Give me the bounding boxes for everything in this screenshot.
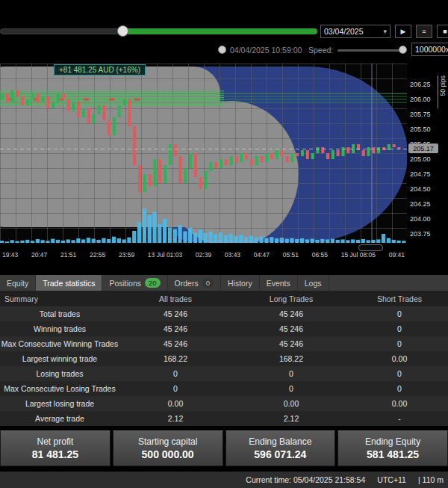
card-label: Net profit [37, 436, 74, 447]
time-position-handle[interactable] [218, 46, 226, 54]
time-label: 22:55 [90, 251, 105, 259]
play-button[interactable]: ▶ [395, 25, 411, 38]
price-volume-chart [0, 64, 407, 243]
time-axis-labels[interactable]: 19:4320:4721:5122:5523:5913 Jul 01:0302:… [0, 251, 407, 259]
card-label: Starting capital [138, 436, 197, 447]
chevron-down-icon: ▾ [383, 28, 387, 35]
price-label: 205.75 [410, 111, 431, 118]
card-value: 581 481.25 [367, 448, 419, 460]
stop-icon: ■ [443, 28, 447, 35]
table-row[interactable]: Total trades45 24645 2460 [0, 306, 448, 321]
stat-label: Max Consecutive Winning Trades [0, 339, 119, 348]
date-picker[interactable]: 03/04/2025 ▾ [320, 25, 391, 38]
timezone-text: UTC+11 [377, 475, 406, 484]
replay-progress-fill [122, 28, 317, 34]
stat-value: 0.00 [231, 399, 351, 408]
tab-positions[interactable]: Positions20 [102, 275, 167, 291]
time-label: 19:43 [2, 251, 18, 259]
play-icon: ▶ [401, 28, 406, 35]
stats-header-cell: All trades [119, 294, 231, 303]
status-bar: Current time: 05/04/2025 21:58:54 UTC+11… [0, 472, 448, 488]
price-label: 206.25 [410, 81, 431, 88]
tab-label: Positions [109, 279, 141, 288]
tab-orders[interactable]: Orders0 [168, 275, 221, 291]
stat-value: 0.00 [119, 399, 231, 408]
time-label: 23:59 [119, 251, 134, 259]
stats-header-cell: Short Trades [351, 294, 448, 303]
price-axis[interactable]: 205.17 50 pips 206.25206.00205.75205.502… [407, 64, 448, 243]
stat-value: 2.12 [119, 414, 231, 423]
stats-header-row: SummaryAll tradesLong TradesShort Trades [0, 291, 448, 306]
stat-label: Losing trades [0, 369, 119, 378]
tab-bar: EquityTrade statisticsPositions20Orders0… [0, 275, 448, 291]
stat-value: 45 246 [231, 339, 351, 348]
tab-label: Equity [7, 279, 28, 288]
speed-value-box[interactable]: 1000000x [411, 43, 448, 56]
chart-plot-area[interactable]: +81 481.25 AUD (+16%) [0, 64, 407, 243]
time-label: 13 Jul 01:03 [148, 251, 182, 259]
table-row[interactable]: Max Consecutive Winning Trades45 24645 2… [0, 336, 448, 351]
speed-label: Speed: [308, 46, 333, 55]
tab-trade-statistics[interactable]: Trade statistics [36, 275, 102, 291]
stat-label: Largest losing trade [0, 399, 119, 408]
time-label: 03:43 [225, 251, 240, 259]
time-label: 20:47 [31, 251, 47, 259]
tab-label: History [228, 279, 252, 288]
current-time-text: Current time: 05/04/2025 21:58:54 [246, 475, 365, 484]
stat-label: Winning trades [0, 324, 119, 333]
time-label: 04:47 [254, 251, 270, 259]
tab-equity[interactable]: Equity [0, 275, 36, 291]
stat-value: 168.22 [119, 354, 231, 363]
stat-value: 0 [119, 384, 231, 393]
chart-section: +81 481.25 AUD (+16%) 205.17 50 pips 206… [0, 61, 448, 265]
stop-button[interactable]: ■ [437, 25, 448, 38]
stat-value: 0 [119, 369, 231, 378]
card-label: Ending Equity [365, 436, 420, 447]
replay-progress-handle[interactable] [117, 25, 128, 37]
stats-table-body: Total trades45 24645 2460Winning trades4… [0, 306, 448, 426]
time-label: 21:51 [60, 251, 76, 259]
status-right-text: | 110 m [418, 475, 444, 484]
time-label: 06:55 [312, 251, 328, 259]
stat-value: 2.12 [231, 414, 351, 423]
chart-scrollbar-thumb[interactable] [358, 244, 383, 251]
table-row[interactable]: Losing trades000 [0, 366, 448, 381]
table-row[interactable]: Average trade2.122.12- [0, 411, 448, 426]
table-row[interactable]: Largest losing trade0.000.000.00 [0, 396, 448, 411]
price-label: 203.75 [410, 230, 431, 238]
card-value: 81 481.25 [32, 448, 78, 460]
table-row[interactable]: Largest winning trade168.22168.220.00 [0, 351, 448, 366]
stat-value: 0 [351, 339, 448, 348]
tab-events[interactable]: Events [260, 275, 298, 291]
stat-value: 0.00 [351, 354, 448, 363]
stat-value: 0 [351, 384, 448, 393]
price-label: 206.00 [410, 96, 431, 103]
stat-value: 0 [351, 309, 448, 318]
stat-value: 0 [351, 369, 448, 378]
tab-badge: 20 [145, 278, 161, 288]
stat-value: 45 246 [119, 339, 231, 348]
card-value: 596 071.24 [254, 448, 306, 460]
time-label: 05:51 [283, 251, 299, 259]
stat-value: 0 [351, 324, 448, 333]
table-row[interactable]: Max Consecutive Losing Trades000 [0, 381, 448, 396]
table-row[interactable]: Winning trades45 24645 2460 [0, 321, 448, 336]
tab-history[interactable]: History [221, 275, 260, 291]
speed-slider-handle[interactable] [399, 46, 407, 54]
tab-logs[interactable]: Logs [298, 275, 329, 291]
menu-button[interactable]: ≡ [416, 25, 432, 38]
price-label: 204.75 [410, 170, 431, 178]
stat-label: Largest winning trade [0, 354, 119, 363]
price-label: 205.50 [410, 126, 431, 133]
stat-value: 45 246 [231, 324, 351, 333]
stats-header-cell: Summary [0, 294, 119, 303]
menu-icon: ≡ [422, 28, 426, 35]
tab-label: Events [267, 279, 290, 288]
trade-statistics-table: SummaryAll tradesLong TradesShort Trades… [0, 291, 448, 426]
tab-badge: 0 [202, 278, 214, 288]
stat-label: Total trades [0, 309, 119, 318]
stat-value: 0 [231, 384, 351, 393]
speed-slider-track[interactable] [337, 49, 406, 52]
speed-value: 1000000x [415, 45, 448, 54]
card-value: 500 000.00 [142, 448, 194, 460]
